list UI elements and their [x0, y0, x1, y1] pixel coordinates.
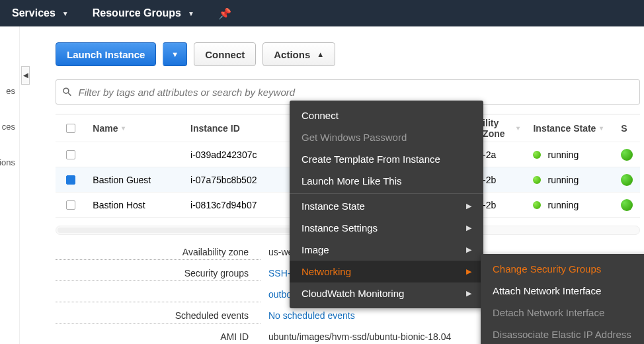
- cell-az: -2b: [476, 175, 526, 185]
- cell-state-label: running: [547, 150, 579, 160]
- nav-resource-groups[interactable]: Resource Groups ▼: [93, 7, 194, 19]
- cell-instance-id: i-0813c7d94b07: [184, 200, 302, 210]
- menu-create-template[interactable]: Create Template From Instance: [290, 148, 483, 170]
- nav-services[interactable]: Services ▼: [12, 7, 69, 19]
- chevron-right-icon: ▶: [466, 289, 471, 298]
- filter-input[interactable]: [78, 87, 633, 98]
- left-sidebar-collapsed: es ces tions: [0, 26, 20, 344]
- select-all-checkbox[interactable]: [56, 124, 86, 133]
- cell-state: running: [526, 175, 614, 185]
- launch-instance-label: Launch Instance: [67, 49, 145, 60]
- row-checkbox[interactable]: [66, 200, 75, 210]
- col-more-label: S: [621, 123, 627, 134]
- col-state-label: Instance State: [533, 123, 596, 134]
- cell-instance-id: i-039ad242307c: [184, 150, 302, 160]
- nav-resource-groups-label: Resource Groups: [93, 7, 181, 19]
- cell-state: running: [526, 200, 614, 210]
- menu-get-windows-password: Get Windows Password: [290, 126, 483, 148]
- cell-name: Bastion Host: [86, 200, 184, 210]
- col-name-label: Name: [93, 123, 118, 134]
- submenu-detach-eni: Detach Network Interface: [481, 302, 644, 323]
- actions-label: Actions: [274, 49, 310, 60]
- chevron-right-icon: ▶: [466, 224, 471, 232]
- detail-value-sched: No scheduled events: [261, 310, 355, 323]
- submenu-disassoc-eip: Disassociate Elastic IP Address: [481, 323, 644, 344]
- status-check-icon: [621, 149, 633, 161]
- chevron-down-icon: ▼: [188, 10, 194, 17]
- nav-services-label: Services: [12, 7, 56, 19]
- sidebar-item[interactable]: ces: [0, 108, 19, 144]
- sort-icon: ▾: [122, 124, 125, 132]
- chevron-up-icon: ▲: [317, 50, 324, 58]
- submenu-change-security-groups[interactable]: Change Security Groups: [481, 258, 644, 280]
- sort-icon: ▾: [516, 124, 520, 132]
- detail-label-ami: AMI ID: [56, 331, 261, 344]
- sort-icon: ▾: [600, 124, 603, 132]
- menu-instance-state[interactable]: Instance State▶: [290, 195, 483, 217]
- menu-cloudwatch[interactable]: CloudWatch Monitoring▶: [290, 282, 483, 304]
- launch-instance-button[interactable]: Launch Instance: [56, 42, 156, 66]
- connect-label: Connect: [205, 49, 245, 60]
- menu-separator: [290, 193, 483, 194]
- col-name[interactable]: Name▾: [86, 123, 184, 134]
- instance-toolbar: Launch Instance ▼ Connect Actions ▲: [56, 42, 644, 66]
- chevron-right-icon: ▶: [466, 245, 471, 254]
- status-check-icon: [621, 174, 633, 186]
- status-dot-icon: [533, 176, 541, 184]
- detail-value-ami: ubuntu/images/hvm-ssd/ubuntu-bionic-18.0…: [261, 331, 451, 344]
- chevron-right-icon: ▶: [466, 202, 471, 210]
- col-availability-zone[interactable]: ility Zone▾: [476, 118, 526, 139]
- cell-instance-id: i-07a75bc8b502: [184, 175, 302, 185]
- menu-connect[interactable]: Connect: [290, 105, 483, 126]
- pin-icon[interactable]: 📌: [218, 7, 231, 20]
- cell-state-label: running: [547, 200, 579, 210]
- cell-az: -2b: [476, 200, 526, 210]
- cell-az: -2a: [476, 150, 526, 160]
- actions-button[interactable]: Actions ▲: [262, 42, 335, 66]
- sidebar-item[interactable]: es: [0, 73, 19, 108]
- col-instance-id-label: Instance ID: [190, 123, 240, 134]
- row-checkbox[interactable]: [66, 175, 75, 185]
- top-nav: Services ▼ Resource Groups ▼ 📌: [0, 0, 644, 26]
- chevron-down-icon: ▼: [171, 50, 179, 58]
- menu-image[interactable]: Image▶: [290, 239, 483, 261]
- chevron-down-icon: ▼: [62, 10, 69, 17]
- status-dot-icon: [533, 201, 541, 209]
- cell-name: Bastion Guest: [86, 175, 184, 185]
- status-check-icon: [621, 199, 633, 211]
- launch-instance-dropdown[interactable]: ▼: [163, 42, 187, 66]
- chevron-right-icon: ▶: [466, 267, 471, 276]
- menu-networking[interactable]: Networking▶: [290, 261, 483, 282]
- status-dot-icon: [533, 151, 541, 159]
- menu-instance-settings[interactable]: Instance Settings▶: [290, 217, 483, 239]
- col-az-label: ility Zone: [483, 118, 512, 139]
- cell-state: running: [526, 150, 614, 160]
- connect-button[interactable]: Connect: [194, 42, 256, 66]
- menu-launch-more[interactable]: Launch More Like This: [290, 170, 483, 192]
- actions-dropdown: Connect Get Windows Password Create Temp…: [290, 101, 483, 308]
- row-checkbox[interactable]: [66, 150, 75, 159]
- cell-state-label: running: [547, 175, 579, 185]
- col-more[interactable]: S: [614, 123, 640, 134]
- detail-label-sched: Scheduled events: [56, 310, 261, 323]
- detail-label-sg: Security groups: [56, 268, 261, 281]
- networking-submenu: Change Security Groups Attach Network In…: [481, 254, 644, 344]
- search-icon: [61, 86, 73, 98]
- detail-label-az: Availability zone: [56, 247, 261, 260]
- submenu-attach-eni[interactable]: Attach Network Interface: [481, 280, 644, 302]
- col-instance-id[interactable]: Instance ID: [184, 123, 302, 134]
- sidebar-item[interactable]: tions: [0, 144, 19, 180]
- col-instance-state[interactable]: Instance State▾: [526, 123, 614, 134]
